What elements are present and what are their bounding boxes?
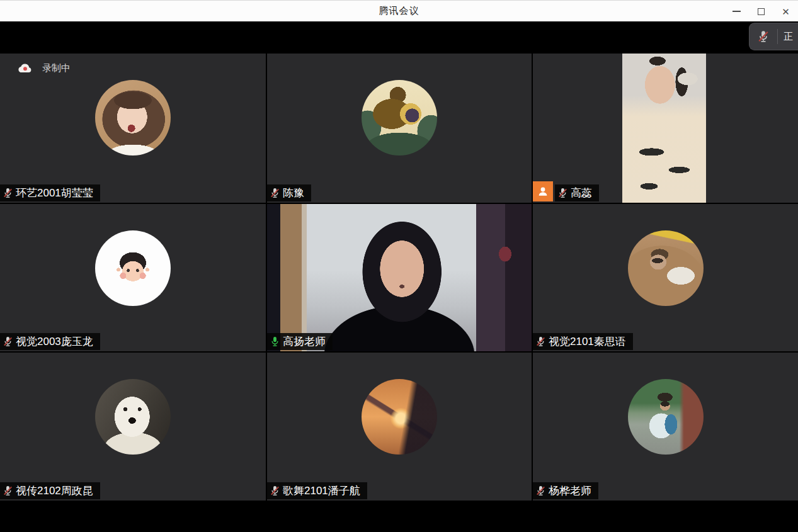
toolbar-mic-button[interactable] — [750, 30, 777, 43]
maximize-icon — [758, 8, 765, 15]
avatar — [628, 379, 704, 455]
participant-name: 视觉2003庞玉龙 — [16, 334, 93, 349]
participant-tile[interactable]: 视觉2101秦思语 — [533, 204, 798, 351]
avatar — [628, 230, 704, 306]
live-video — [622, 54, 706, 203]
participant-tile[interactable]: 视觉2003庞玉龙 — [0, 204, 266, 351]
toolbar-clipped-text: 正 — [778, 31, 793, 43]
person-icon — [537, 185, 549, 198]
mic-muted-icon — [536, 336, 545, 347]
avatar — [95, 230, 171, 306]
name-tag: 歌舞2101潘子航 — [267, 482, 367, 499]
name-tag: 杨桦老师 — [533, 482, 598, 499]
participant-name: 高扬老师 — [283, 334, 326, 349]
window-controls: ✕ — [724, 1, 798, 22]
avatar — [362, 379, 437, 455]
mic-muted-icon — [3, 336, 13, 347]
floating-mic-toolbar: 正 — [749, 23, 798, 50]
live-video — [267, 204, 532, 351]
minimize-button[interactable] — [724, 1, 749, 22]
avatar — [95, 379, 171, 455]
participant-name: 视传2102周政昆 — [16, 484, 93, 498]
participant-name: 歌舞2101潘子航 — [283, 484, 360, 498]
close-button[interactable]: ✕ — [773, 1, 798, 22]
participant-tile[interactable]: 环艺2001胡莹莹 — [0, 54, 266, 203]
minimize-icon — [732, 11, 741, 12]
participant-tile[interactable]: 杨桦老师 — [533, 353, 798, 501]
cloud-record-icon — [18, 63, 33, 74]
maximize-button[interactable] — [749, 1, 773, 22]
avatar — [95, 80, 171, 156]
name-tag: 环艺2001胡莹莹 — [0, 184, 100, 201]
host-badge — [533, 181, 553, 201]
participant-name: 环艺2001胡莹莹 — [16, 186, 93, 200]
mic-muted-icon — [270, 485, 280, 496]
participant-name: 陈豫 — [283, 186, 304, 200]
participant-tile[interactable]: 陈豫 — [267, 54, 532, 203]
record-dot — [23, 67, 27, 71]
mic-muted-icon — [270, 188, 280, 198]
mic-muted-icon — [536, 485, 545, 496]
name-tag: 高扬老师 — [267, 333, 333, 350]
participant-name: 视觉2101秦思语 — [549, 334, 626, 349]
participant-tile-active-speaker[interactable]: 高扬老师 — [267, 204, 532, 351]
mic-muted-icon — [3, 188, 13, 198]
participant-name: 杨桦老师 — [549, 484, 591, 498]
mic-active-icon — [270, 336, 280, 347]
name-tag: 视传2102周政昆 — [0, 482, 100, 499]
participant-name: 高蕊 — [571, 186, 592, 200]
mic-muted-icon — [758, 30, 769, 43]
participant-tile[interactable]: 歌舞2101潘子航 — [267, 353, 532, 501]
name-tag: 陈豫 — [267, 184, 311, 201]
name-tag: 高蕊 — [555, 184, 599, 201]
close-icon: ✕ — [782, 7, 790, 16]
recording-label: 录制中 — [42, 62, 71, 74]
participant-tile[interactable]: 高蕊 — [533, 54, 798, 203]
name-tag: 视觉2003庞玉龙 — [0, 333, 100, 350]
mic-muted-icon — [3, 485, 13, 496]
window-title: 腾讯会议 — [379, 5, 419, 17]
name-tag: 视觉2101秦思语 — [533, 333, 633, 350]
participant-grid: 环艺2001胡莹莹 陈豫 — [0, 54, 798, 501]
recording-indicator: 录制中 — [18, 62, 71, 74]
mic-muted-icon — [558, 188, 567, 198]
avatar — [362, 80, 437, 156]
titlebar: 腾讯会议 ✕ — [0, 0, 798, 21]
participant-tile[interactable]: 视传2102周政昆 — [0, 353, 266, 501]
